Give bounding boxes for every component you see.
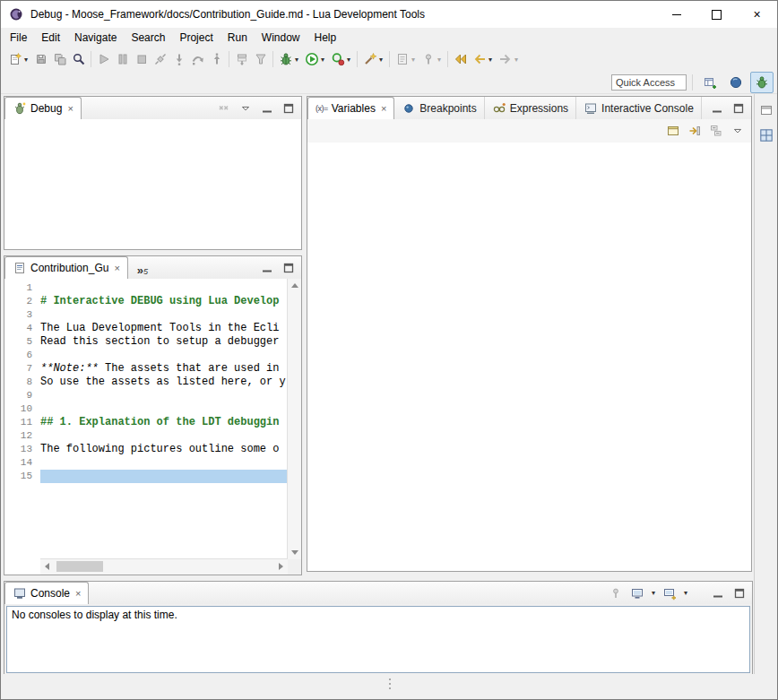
open-perspective-button[interactable] [698, 72, 722, 93]
horizontal-scrollbar[interactable] [40, 558, 288, 575]
open-task-button[interactable]: ▾ [393, 48, 419, 70]
code-line[interactable] [40, 281, 288, 295]
menu-edit[interactable]: Edit [34, 29, 67, 47]
variables-view-content[interactable] [307, 143, 751, 571]
use-step-filters-button[interactable] [251, 48, 270, 70]
debug-perspective-button[interactable] [750, 72, 774, 93]
restore-view-button[interactable] [757, 101, 775, 119]
editor-code[interactable]: # Interactive DEBUG using Lua DevelopThe… [40, 279, 288, 559]
code-line[interactable]: Read this section to setup a debugger [40, 335, 288, 349]
view-menu-button[interactable] [729, 122, 747, 140]
dropdown-caret-icon[interactable]: ▾ [345, 56, 352, 64]
search-button[interactable] [69, 48, 88, 70]
code-line[interactable] [40, 429, 288, 443]
tab-variables[interactable]: (x)= Variables × [307, 97, 394, 120]
menu-window[interactable]: Window [255, 29, 307, 47]
tab-console[interactable]: Console × [4, 582, 89, 605]
ldt-perspective-button[interactable] [724, 72, 748, 93]
back-button[interactable]: ▾ [470, 48, 496, 70]
dropdown-caret-icon[interactable]: ▾ [410, 56, 417, 64]
title-bar[interactable]: Debug - Moose_Framework/docs/Contributio… [1, 1, 777, 28]
console-output[interactable]: No consoles to display at this time. [6, 606, 750, 673]
splitter-grip[interactable] [389, 678, 391, 680]
step-return-button[interactable] [207, 48, 226, 70]
step-over-button[interactable] [188, 48, 207, 70]
dropdown-caret-icon[interactable]: ▾ [22, 56, 30, 64]
open-console-button[interactable] [661, 584, 679, 602]
terminate-button[interactable] [132, 48, 151, 70]
show-detail-pane-button[interactable] [664, 122, 682, 140]
dropdown-caret-icon[interactable]: ▾ [487, 56, 494, 64]
dropdown-caret-icon[interactable]: ▾ [293, 56, 300, 64]
menu-navigate[interactable]: Navigate [67, 29, 124, 47]
dropdown-caret-icon[interactable]: ▾ [513, 56, 520, 64]
collapse-all-button[interactable] [707, 122, 725, 140]
save-all-button[interactable] [50, 48, 69, 70]
display-selected-console-button[interactable] [628, 584, 646, 602]
tab-contribution-guide[interactable]: Contribution_Gu × [4, 256, 128, 280]
add-variable-button[interactable] [686, 122, 704, 140]
code-line[interactable] [40, 402, 288, 416]
maximize-view-button[interactable] [730, 584, 748, 602]
tab-breakpoints[interactable]: Breakpoints [394, 97, 484, 119]
scroll-left-icon[interactable] [45, 563, 49, 570]
pin-console-button[interactable] [607, 584, 625, 602]
run-button[interactable]: ▾ [302, 48, 328, 70]
forward-button[interactable]: ▾ [496, 48, 522, 70]
code-line[interactable] [40, 308, 288, 322]
tab-interactive-console[interactable]: Interactive Console [576, 97, 702, 119]
dropdown-caret-icon[interactable]: ▾ [377, 56, 385, 64]
close-icon[interactable]: × [381, 104, 386, 114]
code-line[interactable] [40, 470, 288, 483]
minimize-view-button[interactable] [258, 259, 276, 277]
close-icon[interactable]: × [114, 264, 119, 273]
menu-help[interactable]: Help [307, 29, 344, 47]
close-window-button[interactable]: × [737, 1, 777, 28]
close-icon[interactable]: × [75, 589, 81, 599]
last-edit-location-button[interactable] [451, 48, 470, 70]
code-line[interactable] [40, 456, 288, 470]
scrollbar-thumb[interactable] [56, 561, 103, 572]
vertical-scrollbar[interactable] [287, 279, 301, 559]
dropdown-caret-icon[interactable]: ▾ [682, 589, 689, 597]
maximize-window-button[interactable] [696, 1, 737, 28]
dropdown-caret-icon[interactable]: ▾ [650, 589, 657, 597]
suspend-button[interactable] [113, 48, 132, 70]
maximize-view-button[interactable] [280, 99, 298, 117]
view-menu-button[interactable] [237, 99, 255, 117]
code-line[interactable]: ## 1. Explanation of the LDT debuggin [40, 416, 288, 429]
minimize-view-button[interactable] [708, 99, 726, 117]
code-line[interactable]: **Note:** The assets that are used in [40, 362, 288, 376]
scroll-up-icon[interactable] [291, 283, 298, 288]
code-line[interactable]: So use the assets as listed here, or y [40, 376, 288, 389]
minimize-view-button[interactable] [709, 584, 727, 602]
tab-debug[interactable]: Debug × [4, 97, 82, 120]
restore-outline-view-button[interactable] [757, 126, 775, 144]
scroll-down-icon[interactable] [291, 550, 298, 555]
close-icon[interactable]: × [67, 104, 73, 114]
disconnect-button[interactable] [151, 48, 169, 70]
coverage-button[interactable]: ▾ [328, 48, 354, 70]
minimize-window-button[interactable] [656, 1, 696, 28]
menu-project[interactable]: Project [172, 29, 220, 47]
dropdown-caret-icon[interactable]: ▾ [436, 56, 443, 64]
menu-run[interactable]: Run [220, 29, 255, 47]
new-wizard-button[interactable]: ▾ [5, 48, 31, 70]
code-line[interactable]: The Lua Development Tools in the Ecli [40, 322, 288, 335]
code-line[interactable] [40, 349, 288, 362]
menu-file[interactable]: File [3, 29, 34, 47]
menu-search[interactable]: Search [124, 29, 172, 47]
maximize-view-button[interactable] [730, 99, 748, 117]
tab-expressions[interactable]: Expressions [485, 97, 576, 119]
code-line[interactable] [40, 389, 288, 402]
step-into-button[interactable] [169, 48, 188, 70]
remove-all-terminated-button[interactable] [215, 99, 233, 117]
scroll-right-icon[interactable] [279, 563, 283, 570]
resume-button[interactable] [94, 48, 113, 70]
minimize-view-button[interactable] [258, 99, 276, 117]
code-line[interactable]: # Interactive DEBUG using Lua Develop [40, 295, 288, 308]
save-button[interactable] [31, 48, 50, 70]
code-line[interactable]: The following pictures outline some o [40, 443, 288, 456]
editor-gutter[interactable]: 123456789101112131415 [4, 279, 40, 559]
quick-access-input[interactable] [611, 74, 687, 91]
